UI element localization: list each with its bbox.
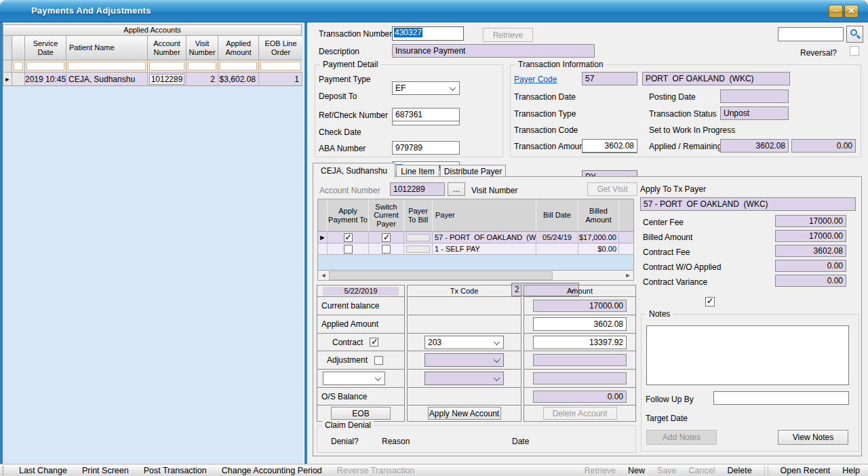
- reversal-label: Reversal?: [800, 48, 837, 58]
- cell-eob-line-order: 1: [259, 73, 302, 86]
- add-notes-button[interactable]: Add Notes: [646, 430, 717, 445]
- applied-accounts-filter-row[interactable]: [3, 60, 302, 73]
- applied-amount-input[interactable]: [533, 317, 627, 331]
- col-apply-payment-to[interactable]: Apply Payment To: [328, 199, 369, 232]
- close-button[interactable]: ✕: [844, 5, 859, 18]
- tx-code-header: Tx Code: [408, 287, 521, 295]
- payer-row[interactable]: 1 - SELF PAY $0.00: [318, 243, 633, 255]
- retrieve-transaction-button[interactable]: Retrieve: [483, 28, 533, 42]
- apply-to-tx-payer-checkbox[interactable]: [705, 297, 715, 306]
- col-bill-date[interactable]: Bill Date: [536, 199, 578, 232]
- billed-amount-field: 17000.00: [775, 230, 846, 242]
- col-visit-number[interactable]: Visit Number: [186, 36, 218, 60]
- eob-button[interactable]: EOB: [331, 407, 391, 420]
- notes-title: Notes: [646, 309, 673, 319]
- get-visit-button[interactable]: Get Visit: [587, 182, 637, 196]
- aba-number-input[interactable]: [392, 141, 460, 155]
- search-input[interactable]: [778, 27, 844, 41]
- filter-input[interactable]: [26, 62, 64, 71]
- extra-txcode-combo[interactable]: [425, 372, 504, 385]
- ref-check-number-input[interactable]: [392, 108, 460, 121]
- print-screen-button[interactable]: Print Screen: [82, 466, 129, 475]
- apply-new-account-button[interactable]: Apply New Account: [428, 407, 501, 420]
- filter-input[interactable]: [260, 62, 301, 71]
- account-lookup-button[interactable]: ...: [448, 182, 465, 196]
- transaction-amount-input[interactable]: [582, 139, 637, 153]
- payment-type-combo[interactable]: EF: [392, 81, 460, 95]
- retrieve-button[interactable]: Retrieve: [584, 466, 616, 475]
- apply-payment-checkbox[interactable]: [344, 233, 353, 242]
- col-billed-amount[interactable]: Billed Amount: [578, 199, 619, 232]
- col-payer[interactable]: Payer: [433, 199, 536, 232]
- payer-grid-hscrollbar[interactable]: ◄ ►: [318, 270, 633, 280]
- adjustment-txcode-combo[interactable]: [425, 353, 504, 367]
- claim-denial-group: Claim Denial: [317, 425, 636, 453]
- account-number-field[interactable]: 1012289: [390, 182, 445, 196]
- switch-payer-checkbox[interactable]: [382, 245, 391, 254]
- filter-input[interactable]: [149, 62, 184, 71]
- contract-checkbox[interactable]: [370, 338, 378, 346]
- tab-patient[interactable]: CEJA, Sudhanshu: [313, 163, 395, 178]
- cancel-button[interactable]: Cancel: [689, 466, 715, 475]
- new-button[interactable]: New: [628, 466, 645, 475]
- adjustment-amount-field[interactable]: [533, 354, 627, 366]
- payer-code-field[interactable]: 57: [582, 72, 637, 85]
- filter-input[interactable]: [68, 62, 146, 71]
- extra-amount-field[interactable]: [533, 372, 627, 384]
- col-eob-line-order[interactable]: EOB Line Order: [259, 36, 302, 60]
- col-applied-amount[interactable]: Applied Amount: [218, 36, 259, 60]
- billed-amount-label: Billed Amount: [643, 233, 692, 242]
- minimize-button[interactable]: ─: [829, 5, 843, 18]
- reverse-transaction-button[interactable]: Reverse Transaction: [337, 466, 415, 475]
- help-button[interactable]: Help: [842, 466, 860, 475]
- contract-txcode-combo[interactable]: 203: [425, 336, 504, 349]
- contract-amount-input[interactable]: [533, 336, 627, 349]
- ref-check-number-label: Ref/Check Number: [319, 111, 388, 120]
- view-notes-button[interactable]: View Notes: [778, 430, 848, 445]
- payer-to-bill-cell[interactable]: [406, 234, 430, 241]
- payer-code-link[interactable]: Payer Code: [514, 75, 557, 84]
- reversal-checkbox[interactable]: [850, 46, 859, 56]
- search-button[interactable]: [846, 26, 863, 43]
- amount-table-amount-column: Amount 17000.00 0.00 Delete Account: [524, 285, 636, 422]
- payer-to-bill-cell[interactable]: [406, 245, 430, 253]
- apply-to-tx-payer-label: Apply To Tx Payer: [640, 184, 706, 194]
- follow-up-by-input[interactable]: [713, 391, 849, 405]
- toolbar-gripper[interactable]: [2, 467, 4, 475]
- filter-input[interactable]: [14, 62, 23, 71]
- delete-account-button[interactable]: Delete Account: [543, 407, 617, 420]
- filter-input[interactable]: [188, 62, 216, 71]
- col-switch-current-payer[interactable]: Switch Current Payer: [369, 199, 404, 232]
- open-recent-button[interactable]: Open Recent: [781, 466, 831, 475]
- adjustment-checkbox[interactable]: [374, 356, 383, 365]
- col-payer-to-bill[interactable]: Payer To Bill: [404, 199, 433, 232]
- last-change-button[interactable]: Last Change: [19, 466, 67, 475]
- col-account-number[interactable]: Account Number: [148, 36, 186, 60]
- extra-type-combo[interactable]: [323, 372, 385, 385]
- billed-amount-cell: $0.00: [578, 243, 619, 255]
- col-service-date[interactable]: Service Date: [25, 36, 66, 60]
- change-accounting-period-button[interactable]: Change Accounting Period: [222, 466, 322, 475]
- notes-textarea[interactable]: [646, 325, 849, 385]
- transaction-number-input[interactable]: 430327: [392, 26, 464, 41]
- panel-splitter[interactable]: [303, 22, 309, 464]
- apply-payment-checkbox[interactable]: [344, 245, 353, 254]
- remaining-field: 0.00: [791, 139, 856, 153]
- scroll-right-icon[interactable]: ►: [623, 272, 633, 279]
- payer-row[interactable]: ► 57 - PORT OF OAKLAND (WKC) 05/24/19 $1…: [318, 232, 633, 243]
- os-balance-field: 0.00: [533, 391, 627, 403]
- post-transaction-button[interactable]: Post Transaction: [144, 466, 207, 475]
- applied-accounts-row[interactable]: ► 2019 10:45:0 CEJA, Sudhanshu 1012289 2…: [3, 73, 302, 86]
- filter-input[interactable]: [220, 62, 257, 71]
- current-balance-field: 17000.00: [533, 300, 627, 312]
- applied-accounts-grid[interactable]: Service Date Patient Name Account Number…: [3, 36, 302, 86]
- payer-grid[interactable]: Apply Payment To Switch Current Payer Pa…: [317, 199, 634, 281]
- col-patient-name[interactable]: Patient Name: [66, 36, 148, 60]
- save-button[interactable]: Save: [657, 466, 677, 475]
- scrollbar-thumb[interactable]: [329, 271, 553, 280]
- scroll-left-icon[interactable]: ◄: [318, 272, 329, 279]
- delete-button[interactable]: Delete: [727, 466, 751, 475]
- description-field[interactable]: Insurance Payment: [392, 44, 595, 58]
- title-bar: Payments And Adjustments ─ ✕: [0, 0, 868, 22]
- switch-payer-checkbox[interactable]: [382, 233, 391, 242]
